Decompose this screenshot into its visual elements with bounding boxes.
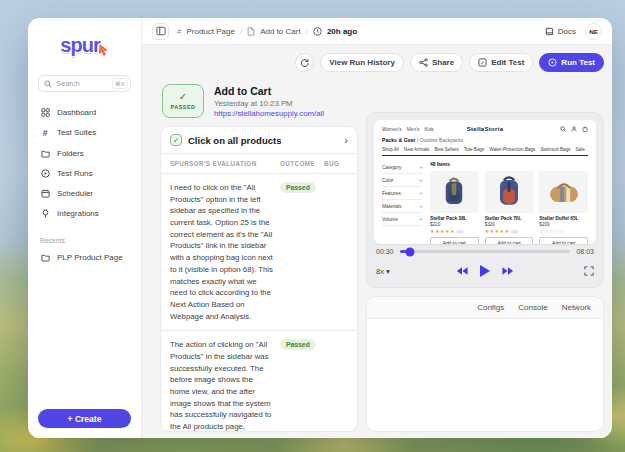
search-shortcut: ⌘K <box>112 78 128 89</box>
breadcrumb-test[interactable]: Add to Cart <box>260 27 300 36</box>
speed-value: 8x <box>376 267 384 276</box>
step-title: Click on all products <box>188 135 281 146</box>
docs-link[interactable]: Docs <box>545 27 576 36</box>
run-test-label: Run Test <box>561 58 595 67</box>
column-bug: BUG <box>324 160 348 167</box>
run-right-column: Women's Men's Kids StellaStoria <box>366 80 604 432</box>
search-icon <box>560 126 566 132</box>
add-to-cart-button: Add to cart <box>430 237 479 244</box>
site-nav-link: Men's <box>407 127 420 132</box>
replay-preview-panel: Women's Men's Kids StellaStoria <box>366 112 604 288</box>
app-logo[interactable]: spur <box>28 18 141 67</box>
avatar[interactable]: NE <box>585 23 602 40</box>
view-run-history-button[interactable]: View Run History <box>320 53 404 72</box>
filter-label: Materials <box>382 204 401 209</box>
play-button[interactable] <box>479 264 492 278</box>
add-to-cart-button: Add to cart <box>485 237 534 244</box>
content-area: View Run History Share Edit Test Run Tes… <box>142 45 612 438</box>
share-label: Share <box>432 58 454 67</box>
filter-row: Color▾ <box>382 174 422 187</box>
share-button[interactable]: Share <box>410 53 463 72</box>
breadcrumb-project[interactable]: Product Page <box>186 27 234 36</box>
run-left-column: ✓ PASSED Add to Cart Yesterday at 10:23 … <box>160 80 358 432</box>
check-icon: ✓ <box>179 92 187 102</box>
product-rating: ★★★★★ (4) <box>485 228 534 234</box>
filter-label: Category <box>382 165 401 170</box>
run-timestamp: Yesterday at 10:23 PM <box>214 99 324 108</box>
product-rating: ★★★★★ (6) <box>430 228 479 234</box>
run-body: ✓ PASSED Add to Cart Yesterday at 10:23 … <box>160 80 604 432</box>
folder-icon <box>40 253 50 262</box>
product-name: Stellar Pack 70L <box>485 216 534 221</box>
sidebar-item-dashboard[interactable]: Dashboard <box>28 102 141 122</box>
site-product-grid: 48 Items Stellar Pack 38L $220 <box>430 161 588 244</box>
sidebar-item-plp-product-page[interactable]: PLP Product Page <box>28 247 141 267</box>
refresh-button[interactable] <box>295 53 314 72</box>
share-icon <box>419 58 428 67</box>
run-status-label: PASSED <box>171 104 196 110</box>
fullscreen-button[interactable] <box>584 266 594 276</box>
filter-label: Volume <box>382 217 398 222</box>
run-title: Add to Cart <box>214 85 324 97</box>
search-input[interactable]: ⌘K <box>38 75 131 92</box>
edit-test-button[interactable]: Edit Test <box>469 53 533 72</box>
product-price: $320 <box>485 222 534 227</box>
create-button[interactable]: + Create <box>38 409 131 428</box>
search-field[interactable] <box>56 79 108 88</box>
product-card: Stellar Pack 70L $320 ★★★★★ (4) Add to c… <box>485 171 534 244</box>
product-image <box>539 171 588 213</box>
site-breadcrumb-section: Packs & Gear <box>382 137 415 143</box>
step-header[interactable]: ✓ Click on all products › <box>161 127 357 154</box>
filter-row: Category▾ <box>382 161 422 174</box>
tab-configs[interactable]: Configs <box>477 303 504 312</box>
hash-icon: # <box>40 128 50 138</box>
sidebar-item-test-suites[interactable]: # Test Suites <box>28 122 141 143</box>
sidebar-spacer <box>28 267 141 399</box>
run-url-link[interactable]: https://stellahomesupply.com/all <box>214 109 324 118</box>
tab-network[interactable]: Network <box>562 303 591 312</box>
run-test-button[interactable]: Run Test <box>539 53 604 72</box>
sidebar-toggle-button[interactable] <box>152 23 169 40</box>
bag-icon <box>582 126 588 132</box>
site-category: Tote Bags <box>464 147 484 152</box>
site-category: Best Sellers <box>434 147 459 152</box>
chevron-down-icon: ▾ <box>420 165 422 170</box>
refresh-icon <box>300 58 309 67</box>
seek-bar[interactable] <box>400 250 571 253</box>
sidebar-nav: Dashboard # Test Suites Folders Test Run… <box>28 98 141 227</box>
playback-speed-select[interactable]: 8x ▾ <box>376 267 390 276</box>
sidebar-item-test-runs[interactable]: Test Runs <box>28 163 141 183</box>
recent-item-label: PLP Product Page <box>57 253 123 262</box>
site-breadcrumb-page: Outdoor Backpacks <box>420 137 464 143</box>
seek-row: 00:30 08:03 <box>376 248 594 255</box>
hash-icon: # <box>177 27 181 36</box>
seek-handle[interactable] <box>405 247 414 256</box>
bug-cell <box>324 182 348 322</box>
review-count: (4) <box>511 229 518 234</box>
sidebar-item-scheduler[interactable]: Scheduler <box>28 183 141 203</box>
console-body <box>367 319 603 431</box>
user-icon <box>571 126 577 132</box>
book-icon <box>545 27 554 36</box>
product-rating: ☆☆☆☆☆ <box>539 228 588 234</box>
clock-icon <box>313 27 322 36</box>
sidebar-item-integrations[interactable]: Integrations <box>28 203 141 223</box>
app-window: spur ⌘K Dashboard # Test Suites Fo <box>28 18 612 438</box>
evaluation-table-body[interactable]: I need to click on the "All Products" op… <box>161 174 357 431</box>
site-nav-link: Women's <box>382 127 402 132</box>
chevron-right-icon[interactable]: › <box>344 135 348 146</box>
tab-console[interactable]: Console <box>518 303 547 312</box>
filter-label: Color <box>382 178 393 183</box>
console-panel: Configs Console Network <box>366 296 604 432</box>
site-category-tabs: Shop All New Arrivals Best Sellers Tote … <box>382 147 588 156</box>
sidebar-item-label: Folders <box>57 149 84 158</box>
bug-cell <box>324 339 348 431</box>
transport-buttons <box>456 264 515 278</box>
run-title-block: Add to Cart Yesterday at 10:23 PM https:… <box>214 85 324 118</box>
cursor-icon <box>98 44 109 56</box>
product-image <box>430 171 479 213</box>
rewind-button[interactable] <box>456 266 469 276</box>
folder-icon <box>40 149 50 158</box>
sidebar-item-folders[interactable]: Folders <box>28 143 141 163</box>
fast-forward-button[interactable] <box>502 266 515 276</box>
